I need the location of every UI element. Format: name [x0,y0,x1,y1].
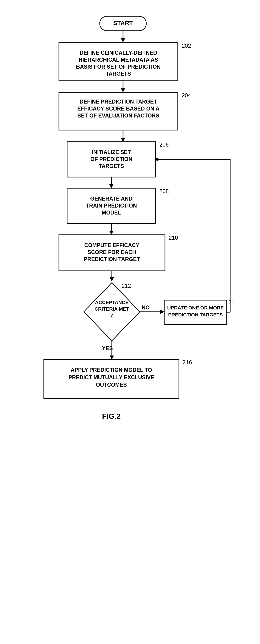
svg-text:208: 208 [159,188,169,194]
svg-marker-11 [121,88,125,92]
svg-text:TARGETS: TARGETS [106,71,131,77]
svg-text:MODEL: MODEL [102,210,121,216]
svg-text:214: 214 [228,299,235,306]
svg-text:TARGETS: TARGETS [99,163,124,169]
svg-text:210: 210 [169,234,178,241]
svg-text:SET OF EVALUATION FACTORS: SET OF EVALUATION FACTORS [77,112,159,119]
svg-marker-39 [110,277,114,281]
svg-text:202: 202 [182,42,191,49]
svg-text:YES: YES [102,345,113,351]
svg-marker-32 [109,231,113,235]
svg-text:FIG.2: FIG.2 [102,412,121,420]
svg-text:NO: NO [142,304,150,310]
svg-text:?: ? [110,312,113,318]
svg-text:ACCEPTANCE: ACCEPTANCE [95,300,129,305]
svg-text:GENERATE AND: GENERATE AND [90,196,132,202]
svg-text:COMPUTE EFFICACY: COMPUTE EFFICACY [84,242,139,248]
svg-text:BASIS FOR SET OF PREDICTION: BASIS FOR SET OF PREDICTION [76,64,161,70]
svg-text:SCORE FOR EACH: SCORE FOR EACH [88,249,136,255]
svg-text:CRITERIA MET: CRITERIA MET [95,306,129,312]
svg-text:START: START [113,20,133,26]
svg-text:UPDATE ONE OR MORE: UPDATE ONE OR MORE [167,305,224,310]
svg-text:PREDICT MUTUALLY EXCLUSIVE: PREDICT MUTUALLY EXCLUSIVE [69,374,154,380]
svg-text:204: 204 [182,92,191,98]
svg-text:PREDICTION TARGETS: PREDICTION TARGETS [168,312,223,317]
svg-text:DEFINE PREDICTION TARGET: DEFINE PREDICTION TARGET [80,99,157,105]
svg-text:EFFICACY SCORE BASED ON A: EFFICACY SCORE BASED ON A [77,106,160,112]
svg-marker-40 [84,283,140,341]
svg-text:206: 206 [159,142,169,148]
svg-marker-18 [121,138,125,142]
svg-text:APPLY PREDICTION MODEL TO: APPLY PREDICTION MODEL TO [71,367,152,373]
svg-marker-50 [160,310,164,314]
svg-text:DEFINE CLINICALLY-DEFINED: DEFINE CLINICALLY-DEFINED [80,50,157,56]
svg-text:216: 216 [183,359,192,365]
svg-text:212: 212 [122,283,131,289]
svg-marker-3 [121,38,125,42]
svg-text:OUTCOMES: OUTCOMES [96,382,127,388]
svg-text:HIERARCHICAL METADATA AS: HIERARCHICAL METADATA AS [79,57,158,63]
flowchart-svg: START DEFINE CLINICALLY-DEFINED HIERARCH… [25,9,235,626]
svg-text:TRAIN PREDICTION: TRAIN PREDICTION [86,203,137,209]
svg-text:OF PREDICTION: OF PREDICTION [90,156,132,162]
svg-text:PREDICTION TARGET: PREDICTION TARGET [84,256,140,262]
svg-marker-25 [109,184,113,188]
diagram-container: START DEFINE CLINICALLY-DEFINED HIERARCH… [0,0,260,644]
svg-marker-47 [110,356,114,360]
svg-text:INITIALIZE SET: INITIALIZE SET [92,149,131,155]
